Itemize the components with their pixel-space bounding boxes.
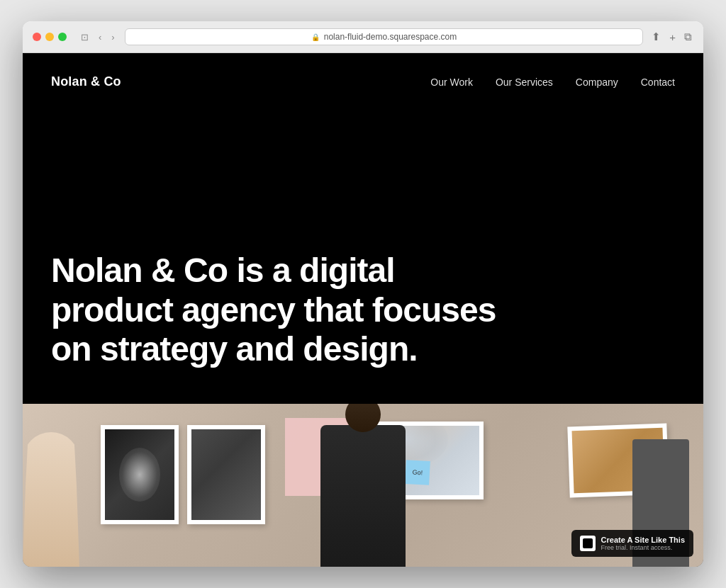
website: Nolan & Co Our Work Our Services Company… — [23, 53, 703, 567]
browser-chrome: ⊡ ‹ › 🔒 nolan-fluid-demo.squarespace.com… — [23, 21, 703, 53]
photo-frame-1-image — [105, 429, 174, 520]
forward-button[interactable]: › — [108, 30, 117, 44]
person-center-silhouette — [320, 425, 406, 567]
photo-frame-2 — [187, 425, 265, 524]
image-strip: Yes Go! — [23, 404, 703, 567]
photo-frame-2-image — [191, 429, 261, 520]
sq-badge-main-text: Create A Site Like This — [601, 536, 685, 544]
sticky-note-2: Go! — [405, 460, 430, 485]
photo-wall: Yes Go! — [23, 404, 703, 567]
person-body — [320, 425, 406, 567]
lock-icon: 🔒 — [311, 33, 320, 41]
nav-link-our-work[interactable]: Our Work — [430, 77, 473, 88]
nav-link-contact[interactable]: Contact — [641, 77, 675, 88]
back-button[interactable]: ‹ — [96, 30, 104, 44]
squarespace-logo-inner — [583, 538, 593, 548]
window-icon[interactable]: ⊡ — [78, 30, 91, 44]
squarespace-logo — [580, 536, 596, 551]
sq-badge-text: Create A Site Like This Free trial. Inst… — [601, 536, 685, 551]
maximize-button[interactable] — [58, 33, 67, 41]
new-tab-button[interactable]: + — [668, 30, 677, 45]
minimize-button[interactable] — [45, 33, 54, 41]
address-bar[interactable]: 🔒 nolan-fluid-demo.squarespace.com — [125, 28, 644, 45]
browser-actions: ⬆ + ⧉ — [650, 29, 693, 45]
sq-badge-sub-text: Free trial. Instant access. — [601, 544, 685, 551]
close-button[interactable] — [33, 33, 41, 41]
site-nav: Nolan & Co Our Work Our Services Company… — [23, 53, 703, 111]
browser-controls: ⊡ ‹ › — [78, 30, 118, 44]
tabs-button[interactable]: ⧉ — [683, 29, 693, 45]
browser-window: ⊡ ‹ › 🔒 nolan-fluid-demo.squarespace.com… — [23, 21, 703, 567]
site-logo[interactable]: Nolan & Co — [51, 74, 121, 89]
sticky-note-2-text: Go! — [412, 469, 423, 477]
squarespace-badge[interactable]: Create A Site Like This Free trial. Inst… — [571, 530, 693, 557]
share-button[interactable]: ⬆ — [650, 29, 662, 45]
nav-links: Our Work Our Services Company Contact — [430, 77, 675, 88]
nav-link-company[interactable]: Company — [576, 77, 618, 88]
hero-headline: Nolan & Co is a digital product agency t… — [51, 251, 505, 368]
photo-frame-1 — [101, 425, 179, 524]
hero-section: Nolan & Co is a digital product agency t… — [23, 111, 703, 404]
nav-link-our-services[interactable]: Our Services — [496, 77, 553, 88]
person-left-silhouette — [23, 432, 79, 567]
traffic-lights — [33, 33, 67, 41]
url-text: nolan-fluid-demo.squarespace.com — [324, 32, 457, 42]
